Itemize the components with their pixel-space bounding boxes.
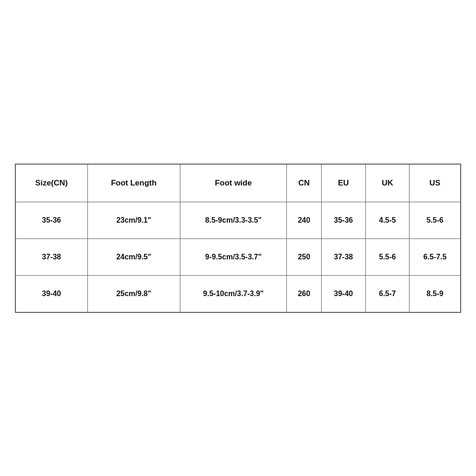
- cell-eu-1: 37-38: [321, 238, 365, 275]
- cell-cn-1: 250: [287, 238, 322, 275]
- cell-us-1: 6.5-7.5: [410, 238, 461, 275]
- table-row: 35-36 23cm/9.1" 8.5-9cm/3.3-3.5" 240 35-…: [16, 202, 461, 238]
- header-size-cn: Size(CN): [16, 164, 88, 202]
- header-foot-wide: Foot wide: [180, 164, 286, 202]
- page-background: Size(CN) Foot Length Foot wide CN EU UK …: [0, 0, 476, 476]
- cell-uk-0: 4.5-5: [365, 202, 410, 238]
- cell-eu-2: 39-40: [321, 275, 365, 312]
- cell-us-2: 8.5-9: [410, 275, 461, 312]
- cell-size-cn-1: 37-38: [16, 238, 88, 275]
- table-header-row: Size(CN) Foot Length Foot wide CN EU UK …: [16, 164, 461, 202]
- header-foot-length: Foot Length: [87, 164, 180, 202]
- cell-uk-2: 6.5-7: [365, 275, 410, 312]
- cell-foot-length-0: 23cm/9.1": [87, 202, 180, 238]
- cell-foot-wide-0: 8.5-9cm/3.3-3.5": [180, 202, 286, 238]
- cell-uk-1: 5.5-6: [365, 238, 410, 275]
- table-row: 39-40 25cm/9.8" 9.5-10cm/3.7-3.9" 260 39…: [16, 275, 461, 312]
- header-eu: EU: [321, 164, 365, 202]
- cell-us-0: 5.5-6: [410, 202, 461, 238]
- cell-size-cn-2: 39-40: [16, 275, 88, 312]
- cell-cn-2: 260: [287, 275, 322, 312]
- header-uk: UK: [365, 164, 410, 202]
- size-chart-table: Size(CN) Foot Length Foot wide CN EU UK …: [15, 164, 461, 312]
- cell-foot-wide-2: 9.5-10cm/3.7-3.9": [180, 275, 286, 312]
- cell-foot-wide-1: 9-9.5cm/3.5-3.7": [180, 238, 286, 275]
- table-row: 37-38 24cm/9.5" 9-9.5cm/3.5-3.7" 250 37-…: [16, 238, 461, 275]
- cell-eu-0: 35-36: [321, 202, 365, 238]
- header-us: US: [410, 164, 461, 202]
- cell-foot-length-2: 25cm/9.8": [87, 275, 180, 312]
- size-chart-table-container: Size(CN) Foot Length Foot wide CN EU UK …: [15, 164, 461, 313]
- header-cn: CN: [287, 164, 322, 202]
- cell-cn-0: 240: [287, 202, 322, 238]
- cell-size-cn-0: 35-36: [16, 202, 88, 238]
- cell-foot-length-1: 24cm/9.5": [87, 238, 180, 275]
